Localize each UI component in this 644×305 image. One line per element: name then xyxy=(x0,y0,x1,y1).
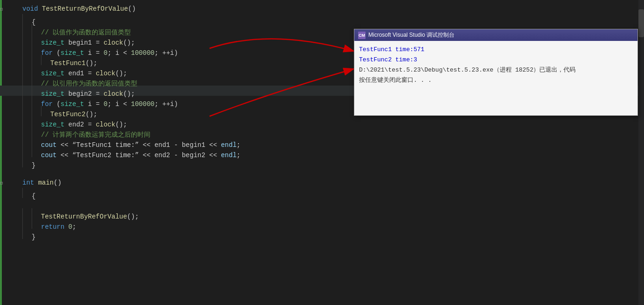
code-line-18: ⊟int main() xyxy=(0,178,644,188)
indent-guide xyxy=(32,137,40,147)
code-content-19: { xyxy=(32,191,35,201)
indent-guide xyxy=(32,65,40,75)
code-token: size_t xyxy=(41,121,64,128)
indent-guide xyxy=(32,86,40,96)
code-line-19: { xyxy=(0,188,644,198)
code-token: } xyxy=(32,162,35,169)
debug-output-line-0: TestFunc1 time:571 xyxy=(359,45,633,55)
code-content-16: } xyxy=(32,160,35,171)
indent-guides-4 xyxy=(22,34,41,45)
code-token: size_t xyxy=(41,90,64,98)
indent-guides-14 xyxy=(22,137,41,147)
code-line-1: ⊟void TestReturnByRefOrValue() xyxy=(0,4,644,14)
code-token: 0 xyxy=(68,223,72,231)
code-token: ; xyxy=(237,152,240,159)
indent-guide xyxy=(32,126,40,137)
code-line-17 xyxy=(0,167,644,178)
indent-guides-16 xyxy=(22,157,32,167)
code-token: i = xyxy=(84,100,103,108)
indent-guide xyxy=(32,75,40,86)
code-token: // 以值作为函数的返回值类型 xyxy=(41,29,131,36)
code-content-9: size_t begin2 = clock(); xyxy=(41,89,135,99)
code-token: << “TestFunc2 time:” << end2 - begin2 << xyxy=(57,152,221,159)
indent-guide xyxy=(22,147,31,157)
indent-guides-19 xyxy=(22,188,32,198)
debug-console: CM Microsoft Visual Studio 调试控制台 TestFun… xyxy=(354,29,638,116)
code-token: ; i < xyxy=(108,49,131,57)
indent-guides-9 xyxy=(22,86,41,96)
code-token: 100000 xyxy=(131,49,154,57)
indent-guide xyxy=(22,137,31,147)
code-content-23: } xyxy=(32,232,35,242)
code-token: TestFunc2 xyxy=(50,111,86,118)
code-content-22: return 0; xyxy=(41,222,76,232)
indent-guides-15 xyxy=(22,147,41,157)
code-token: ; i < xyxy=(108,100,131,108)
code-token: TestReturnByRefOrValue xyxy=(41,213,127,220)
code-token: // 计算两个函数运算完成之后的时间 xyxy=(41,131,150,139)
code-content-3: // 以值作为函数的返回值类型 xyxy=(41,27,131,38)
debug-output-line-1: TestFunc2 time:3 xyxy=(359,55,633,65)
code-content-5: for (size_t i = 0; i < 100000; ++i) xyxy=(41,48,178,58)
indent-guide xyxy=(22,126,31,137)
collapse-icon-18[interactable]: ⊟ xyxy=(0,179,3,189)
indent-guide xyxy=(32,24,40,34)
vscrollbar-thumb[interactable] xyxy=(638,9,644,37)
code-token: clock xyxy=(103,39,123,46)
code-content-18: int main() xyxy=(22,178,61,188)
code-token: (); xyxy=(127,213,139,220)
code-token: clock xyxy=(96,70,115,77)
code-content-10: for (size_t i = 0; i < 100000; ++i) xyxy=(41,99,178,109)
code-token: ( xyxy=(53,100,61,108)
code-token: TestFunc1 xyxy=(50,60,86,67)
code-content-15: cout << “TestFunc2 time:” << end2 - begi… xyxy=(41,150,240,160)
code-token: (); xyxy=(123,90,135,98)
code-content-21: TestReturnByRefOrValue(); xyxy=(41,212,139,222)
collapse-icon-1[interactable]: ⊟ xyxy=(0,5,3,15)
code-token: size_t xyxy=(41,70,64,77)
indent-guide xyxy=(22,45,31,55)
indent-guide xyxy=(32,147,40,157)
code-token: TestReturnByRefOrValue xyxy=(42,5,128,13)
indent-guide xyxy=(32,106,40,116)
indent-guide xyxy=(22,75,31,86)
code-token: size_t xyxy=(61,100,84,108)
indent-guides-23 xyxy=(22,229,32,239)
code-token: endl xyxy=(221,141,237,149)
code-token: ; ++i) xyxy=(155,49,178,57)
code-content-1: void TestReturnByRefOrValue() xyxy=(22,4,136,14)
code-token: ( xyxy=(53,49,61,57)
debug-output-line-3: D:\2021\test.5.23\Debug\test.5.23.exe（进程… xyxy=(359,65,633,75)
code-token: size_t xyxy=(41,39,64,46)
code-line-21: TestReturnByRefOrValue(); xyxy=(0,208,644,219)
indent-guide xyxy=(41,106,49,116)
code-token: (); xyxy=(86,111,97,118)
indent-guide xyxy=(22,96,31,106)
indent-guides-8 xyxy=(22,75,41,86)
indent-guide xyxy=(22,106,31,116)
indent-guides-12 xyxy=(22,116,41,126)
code-content-7: size_t end1 = clock(); xyxy=(41,68,127,79)
code-token: (); xyxy=(123,39,135,46)
code-token: ; xyxy=(237,141,240,149)
code-token: i = xyxy=(84,49,103,57)
code-token: begin2 = xyxy=(64,90,103,98)
code-token: 100000 xyxy=(131,100,154,108)
debug-content[interactable]: TestFunc1 time:571TestFunc2 time:3D:\202… xyxy=(354,41,637,115)
indent-guides-6 xyxy=(22,55,50,65)
indent-guide xyxy=(32,208,40,219)
indent-guides-11 xyxy=(22,106,50,116)
code-content-14: cout << “TestFunc1 time:” << end1 - begi… xyxy=(41,140,240,150)
vscrollbar[interactable] xyxy=(638,0,644,305)
indent-guide xyxy=(22,157,31,167)
indent-guide xyxy=(41,55,49,65)
code-token xyxy=(34,179,38,186)
code-line-20 xyxy=(0,198,644,208)
code-token: 0 xyxy=(103,100,107,108)
code-token: void xyxy=(22,5,42,13)
code-token: () xyxy=(54,179,61,186)
indent-guides-2 xyxy=(22,14,32,24)
code-token: (); xyxy=(115,121,127,128)
code-token: clock xyxy=(103,90,123,98)
indent-guide xyxy=(22,229,31,239)
